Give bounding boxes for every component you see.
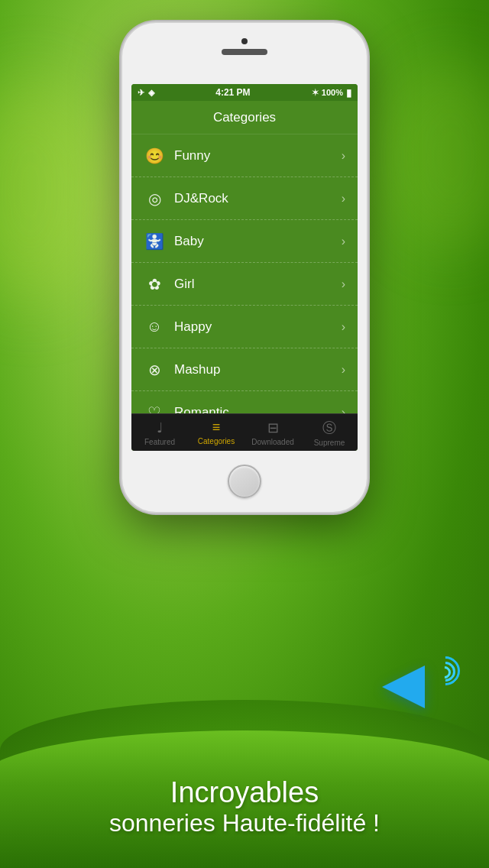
bottom-line2: sonneries Haute-fidélité ! [0, 809, 489, 837]
list-item-djrock[interactable]: ◎ DJ&Rock › [131, 177, 358, 220]
item-icon-baby: 🚼 [144, 231, 165, 252]
camera [241, 38, 248, 44]
tab-icon-supreme: Ⓢ [322, 419, 336, 437]
item-chevron-funny: › [342, 149, 345, 163]
item-icon-happy: ☺ [144, 316, 165, 338]
tab-downloaded[interactable]: ⊟ Downloaded [244, 414, 301, 451]
nav-title: Categories [213, 110, 276, 125]
sound-waves [420, 653, 458, 698]
item-label-romantic: Romantic [174, 405, 342, 414]
tab-categories[interactable]: ≡ Categories [188, 414, 244, 451]
battery-icon: ▮ [346, 87, 351, 99]
tab-icon-categories: ≡ [212, 419, 221, 436]
nav-bar: Categories [131, 101, 358, 134]
battery-text: 100% [322, 88, 343, 97]
tab-supreme[interactable]: Ⓢ Supreme [301, 414, 358, 451]
item-label-djrock: DJ&Rock [174, 191, 342, 206]
status-bar: ✈ ◈ 4:21 PM ✶ 100% ▮ [131, 84, 358, 101]
list-item-funny[interactable]: 😊 Funny › [131, 134, 358, 177]
airplane-icon: ✈ [138, 88, 144, 98]
sound-icon-container [382, 646, 458, 715]
item-icon-romantic: ♡ [144, 402, 165, 414]
bottom-line1: Incroyables [0, 776, 489, 809]
status-left: ✈ ◈ [138, 88, 154, 98]
tab-label-supreme: Supreme [314, 439, 345, 447]
bottom-text: Incroyables sonneries Haute-fidélité ! [0, 776, 489, 837]
tab-icon-downloaded: ⊟ [267, 419, 279, 436]
tab-featured[interactable]: ♩ Featured [131, 414, 188, 451]
item-chevron-girl: › [342, 277, 345, 291]
tab-bar: ♩ Featured ≡ Categories ⊟ Downloaded Ⓢ S… [131, 413, 358, 451]
item-icon-djrock: ◎ [144, 188, 165, 209]
item-label-girl: Girl [174, 277, 342, 292]
tab-icon-featured: ♩ [157, 419, 163, 436]
bluetooth-icon: ✶ [312, 88, 319, 98]
home-button[interactable] [228, 465, 261, 498]
item-label-mashup: Mashup [174, 362, 342, 377]
phone-wrapper: ✈ ◈ 4:21 PM ✶ 100% ▮ Categories [122, 23, 367, 512]
list-item-girl[interactable]: ✿ Girl › [131, 263, 358, 306]
item-chevron-happy: › [342, 320, 345, 334]
phone-top [122, 23, 367, 84]
item-chevron-djrock: › [342, 192, 345, 206]
list-item-mashup[interactable]: ⊗ Mashup › [131, 348, 358, 391]
item-icon-mashup: ⊗ [144, 359, 165, 381]
phone: ✈ ◈ 4:21 PM ✶ 100% ▮ Categories [122, 23, 367, 512]
list-item-baby[interactable]: 🚼 Baby › [131, 220, 358, 263]
tab-label-featured: Featured [144, 438, 175, 446]
item-icon-girl: ✿ [144, 274, 165, 295]
item-label-baby: Baby [174, 234, 342, 249]
item-chevron-baby: › [342, 235, 345, 248]
status-right: ✶ 100% ▮ [312, 87, 351, 99]
item-label-funny: Funny [174, 148, 342, 164]
speaker [222, 49, 267, 55]
list-item-happy[interactable]: ☺ Happy › [131, 306, 358, 348]
category-list: 😊 Funny › ◎ DJ&Rock › 🚼 Baby › ✿ Girl › … [131, 134, 358, 413]
phone-screen: ✈ ◈ 4:21 PM ✶ 100% ▮ Categories [131, 84, 358, 451]
item-chevron-romantic: › [342, 406, 345, 414]
status-time: 4:21 PM [215, 87, 250, 98]
tab-label-categories: Categories [198, 437, 235, 445]
sound-arrow [382, 666, 425, 708]
item-chevron-mashup: › [342, 363, 345, 377]
tab-label-downloaded: Downloaded [251, 438, 294, 446]
list-item-romantic[interactable]: ♡ Romantic › [131, 391, 358, 413]
wifi-icon: ◈ [148, 88, 154, 98]
item-icon-funny: 😊 [144, 145, 165, 167]
item-label-happy: Happy [174, 319, 342, 335]
screen-content: ✈ ◈ 4:21 PM ✶ 100% ▮ Categories [131, 84, 358, 451]
